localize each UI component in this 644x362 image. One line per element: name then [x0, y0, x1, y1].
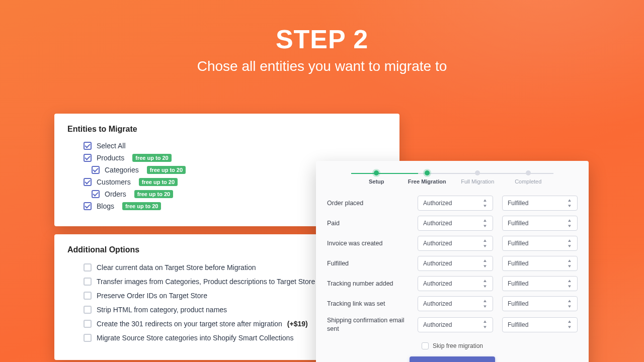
status-label: Order placed: [327, 199, 409, 208]
entity-checkbox[interactable]: [92, 166, 100, 174]
wizard-step[interactable]: Free Migration: [402, 170, 453, 185]
status-map-row: Tracking link was setAuthorized▲▼Fulfill…: [327, 296, 578, 311]
entity-label: Categories: [105, 166, 139, 174]
option-label: Clear current data on Target Store befor…: [97, 263, 256, 272]
wizard-step-label: Completed: [503, 178, 554, 185]
chevron-updown-icon: ▲▼: [482, 218, 488, 229]
status-select-payment[interactable]: Authorized▲▼: [418, 276, 493, 291]
free-badge: free up to 20: [147, 166, 186, 174]
entity-checkbox[interactable]: [84, 202, 92, 210]
skip-free-migration-label: Skip free migration: [433, 342, 483, 349]
status-select-payment[interactable]: Authorized▲▼: [418, 236, 493, 251]
status-label: Shipping confirmation email sent: [327, 316, 409, 333]
chevron-updown-icon: ▲▼: [567, 299, 572, 309]
status-map-row: FulfilledAuthorized▲▼Fulfilled▲▼: [327, 256, 578, 271]
select-value: Fulfilled: [508, 200, 528, 207]
status-select-fulfillment[interactable]: Fulfilled▲▼: [502, 256, 578, 271]
entity-label: Blogs: [97, 202, 114, 210]
wizard-step-dot: [475, 170, 480, 175]
skip-free-migration-checkbox[interactable]: [422, 342, 429, 349]
free-badge: free up to 20: [139, 178, 178, 186]
status-select-payment[interactable]: Authorized▲▼: [418, 317, 493, 332]
status-select-fulfillment[interactable]: Fulfilled▲▼: [502, 276, 578, 291]
status-select-fulfillment[interactable]: Fulfilled▲▼: [502, 296, 578, 311]
chevron-updown-icon: ▲▼: [567, 279, 572, 289]
entity-checkbox[interactable]: [84, 154, 92, 162]
free-badge: free up to 20: [132, 154, 171, 162]
option-label: Create the 301 redirects on your target …: [97, 320, 282, 328]
option-checkbox[interactable]: [84, 278, 92, 286]
select-value: Authorized: [423, 260, 452, 267]
entity-checkbox[interactable]: [84, 142, 92, 150]
status-label: Tracking link was set: [327, 300, 409, 308]
next-start-free-migration-button[interactable]: Next:Start Free Migration: [410, 356, 495, 362]
entity-checkbox[interactable]: [92, 190, 100, 198]
chevron-updown-icon: ▲▼: [482, 319, 488, 330]
select-value: Fulfilled: [508, 321, 528, 328]
option-checkbox[interactable]: [84, 292, 92, 300]
chevron-updown-icon: ▲▼: [482, 299, 488, 309]
entity-checkbox[interactable]: [84, 178, 92, 186]
status-map-row: Tracking number addedAuthorized▲▼Fulfill…: [327, 276, 578, 291]
select-value: Authorized: [423, 240, 452, 247]
status-select-payment[interactable]: Authorized▲▼: [418, 196, 493, 211]
entity-row: Select All: [67, 142, 386, 150]
status-select-fulfillment[interactable]: Fulfilled▲▼: [502, 317, 578, 332]
chevron-updown-icon: ▲▼: [567, 218, 572, 229]
entities-card-title: Entities to Migrate: [67, 125, 386, 134]
page-step-subtitle: Chose all entities you want to migrate t…: [0, 58, 644, 74]
option-label: Migrate Source Store categories into Sho…: [97, 334, 293, 342]
wizard-step-label: Free Migration: [402, 178, 453, 185]
select-value: Authorized: [423, 280, 452, 287]
wizard-panel: SetupFree MigrationFull MigrationComplet…: [316, 161, 589, 362]
chevron-updown-icon: ▲▼: [567, 198, 572, 209]
wizard-step-label: Full Migration: [452, 178, 503, 185]
entity-label: Customers: [97, 178, 131, 186]
wizard-step[interactable]: Completed: [503, 170, 554, 185]
status-label: Invoice was created: [327, 239, 409, 248]
status-select-payment[interactable]: Authorized▲▼: [418, 256, 493, 271]
status-label: Fulfilled: [327, 259, 409, 268]
status-select-payment[interactable]: Authorized▲▼: [418, 216, 493, 231]
select-value: Authorized: [423, 200, 452, 207]
chevron-updown-icon: ▲▼: [482, 198, 488, 209]
status-select-fulfillment[interactable]: Fulfilled▲▼: [502, 216, 578, 231]
chevron-updown-icon: ▲▼: [482, 258, 488, 269]
free-badge: free up to 20: [134, 190, 173, 198]
select-value: Fulfilled: [508, 260, 528, 267]
select-value: Fulfilled: [508, 220, 528, 227]
entity-label: Orders: [105, 190, 126, 198]
option-checkbox[interactable]: [84, 320, 92, 328]
entity-label: Products: [97, 154, 124, 162]
option-price: (+$19): [287, 320, 308, 328]
option-checkbox[interactable]: [84, 263, 92, 272]
entity-label: Select All: [97, 142, 126, 150]
option-label: Strip HTML from category, product names: [97, 306, 227, 314]
status-label: Paid: [327, 219, 409, 228]
chevron-updown-icon: ▲▼: [567, 258, 572, 269]
select-value: Fulfilled: [508, 280, 528, 287]
status-select-fulfillment[interactable]: Fulfilled▲▼: [502, 196, 578, 211]
chevron-updown-icon: ▲▼: [567, 319, 572, 330]
wizard-step[interactable]: Full Migration: [452, 170, 503, 185]
status-map-row: Invoice was createdAuthorized▲▼Fulfilled…: [327, 236, 578, 251]
select-value: Fulfilled: [508, 300, 528, 307]
status-map-row: PaidAuthorized▲▼Fulfilled▲▼: [327, 216, 578, 231]
wizard-step[interactable]: Setup: [351, 170, 402, 185]
status-label: Tracking number added: [327, 280, 409, 288]
chevron-updown-icon: ▲▼: [482, 238, 488, 249]
status-map-row: Shipping confirmation email sentAuthoriz…: [327, 316, 578, 333]
select-value: Authorized: [423, 300, 452, 307]
chevron-updown-icon: ▲▼: [567, 238, 572, 249]
option-checkbox[interactable]: [84, 306, 92, 314]
page-step-title: STEP 2: [0, 24, 644, 54]
free-badge: free up to 20: [122, 202, 161, 210]
chevron-updown-icon: ▲▼: [482, 279, 488, 289]
status-map-row: Order placedAuthorized▲▼Fulfilled▲▼: [327, 196, 578, 211]
wizard-step-label: Setup: [351, 178, 402, 185]
status-select-payment[interactable]: Authorized▲▼: [418, 296, 493, 311]
option-checkbox[interactable]: [84, 334, 92, 342]
option-label: Transfer images from Categories, Product…: [97, 278, 315, 286]
select-value: Fulfilled: [508, 240, 528, 247]
status-select-fulfillment[interactable]: Fulfilled▲▼: [502, 236, 578, 251]
